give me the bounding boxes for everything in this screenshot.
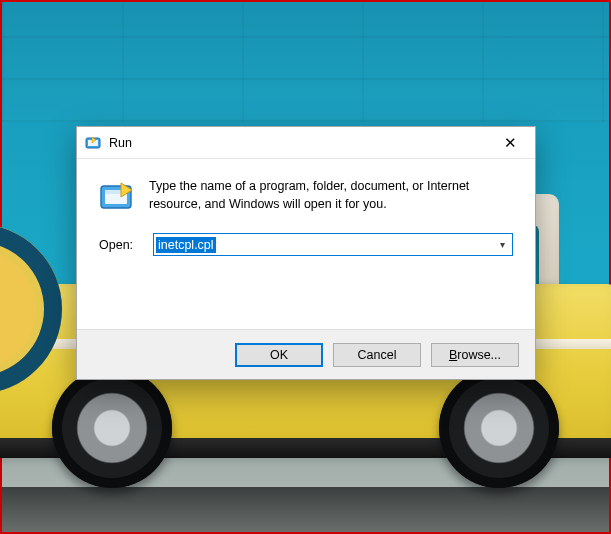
chevron-down-icon: ▾ <box>500 239 505 250</box>
dialog-button-row: OK Cancel Browse... <box>77 329 535 379</box>
open-field-row: Open: inetcpl.cpl ▾ <box>77 215 535 256</box>
close-icon: ✕ <box>504 135 517 150</box>
desktop-background: Run ✕ Type the name of a program, folder… <box>0 0 611 534</box>
cancel-button[interactable]: Cancel <box>333 343 421 367</box>
open-label: Open: <box>99 238 141 252</box>
close-button[interactable]: ✕ <box>488 128 533 158</box>
browse-button[interactable]: Browse... <box>431 343 519 367</box>
dialog-description: Type the name of a program, folder, docu… <box>149 177 513 215</box>
titlebar[interactable]: Run ✕ <box>77 127 535 159</box>
dialog-title: Run <box>107 136 488 150</box>
background-road <box>2 487 609 532</box>
run-icon <box>99 179 135 215</box>
open-input-selected-text[interactable]: inetcpl.cpl <box>156 237 216 253</box>
ok-button[interactable]: OK <box>235 343 323 367</box>
open-combobox[interactable]: inetcpl.cpl ▾ <box>153 233 513 256</box>
run-dialog: Run ✕ Type the name of a program, folder… <box>76 126 536 380</box>
run-icon-small <box>85 135 101 151</box>
background-bricks <box>2 2 609 122</box>
dialog-content: Type the name of a program, folder, docu… <box>77 159 535 215</box>
open-dropdown-button[interactable]: ▾ <box>492 234 512 255</box>
